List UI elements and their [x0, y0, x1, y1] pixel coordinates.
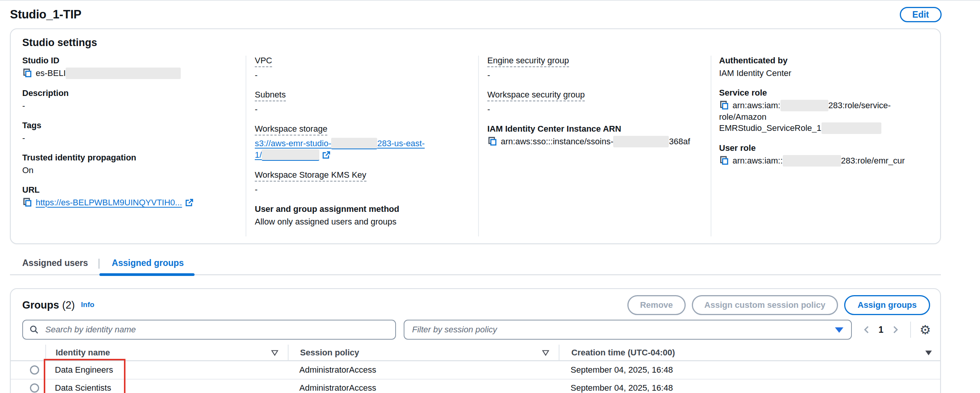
sort-icon[interactable]: [271, 350, 279, 356]
field-kms-key: Workspace Storage KMS Key -: [255, 170, 469, 195]
assignment-tabs: Assigned users Assigned groups: [10, 258, 941, 275]
studio-id-label: Studio ID: [22, 56, 236, 65]
auth-by-value: IAM Identity Center: [719, 68, 925, 79]
field-tags: Tags -: [22, 121, 236, 144]
sort-descending-icon[interactable]: [925, 350, 932, 356]
creation-time-column-header[interactable]: Creation time (UTC-04:00): [559, 345, 940, 361]
groups-count: (2): [62, 299, 75, 311]
field-idc-instance-arn: IAM Identity Center Instance ARN arn:aws…: [487, 124, 701, 147]
user-role-label: User role: [719, 143, 925, 153]
copy-icon[interactable]: [487, 137, 497, 146]
service-role-value: arn:aws:iam:: [733, 101, 780, 110]
settings-heading: Studio settings: [22, 37, 940, 49]
preferences-gear-icon[interactable]: ⚙: [919, 324, 931, 336]
vpc-value: -: [255, 69, 469, 81]
pagination: 1: [860, 325, 903, 335]
copy-icon[interactable]: [719, 101, 729, 110]
redacted-text: [66, 68, 181, 79]
select-column-header: [11, 345, 45, 361]
sort-icon[interactable]: [542, 350, 549, 356]
assigned-groups-card: Groups(2) Info Remove Assign custom sess…: [10, 288, 941, 393]
field-subnets: Subnets -: [255, 90, 469, 115]
groups-toolbar: 1 ⚙: [11, 320, 940, 340]
dropdown-caret-icon[interactable]: [835, 327, 843, 333]
redacted-text: [783, 155, 841, 167]
emr-studio-detail-page: Studio_1-TIP Edit Studio settings Studio…: [0, 0, 980, 393]
table-body: Data Engineers AdministratorAccess Septe…: [11, 361, 940, 393]
subnets-value: -: [255, 104, 469, 115]
kms-key-label: Workspace Storage KMS Key: [255, 170, 366, 182]
groups-table: Identity name Session policy Creation ti…: [11, 345, 940, 393]
current-page: 1: [879, 325, 884, 335]
external-link-icon[interactable]: [185, 198, 194, 207]
identity-name-cell: Data Scientists: [45, 380, 288, 393]
field-assignment-method: User and group assignment method Allow o…: [255, 204, 469, 227]
toolbar-divider: [910, 322, 911, 338]
page-header: Studio_1-TIP Edit: [0, 1, 980, 28]
search-input[interactable]: [22, 320, 396, 340]
table-row[interactable]: Data Scientists AdministratorAccess Sept…: [11, 379, 940, 393]
creation-time-cell: September 04, 2025, 16:48: [559, 380, 940, 393]
field-description: Description -: [22, 88, 236, 111]
next-page-button[interactable]: [890, 325, 900, 335]
field-authenticated-by: Authenticated by IAM Identity Center: [719, 56, 925, 79]
workspace-storage-label: Workspace storage: [255, 124, 327, 135]
assignment-method-value: Allow only assigned users and groups: [255, 216, 469, 227]
settings-column-1: Studio ID es-BELI Description - Tags - T…: [22, 56, 246, 236]
tab-assigned-groups[interactable]: Assigned groups: [99, 258, 195, 274]
copy-icon[interactable]: [22, 68, 32, 78]
field-engine-security-group: Engine security group -: [487, 56, 701, 81]
subnets-label: Subnets: [255, 90, 286, 101]
session-policy-column-header[interactable]: Session policy: [288, 345, 559, 361]
external-link-icon[interactable]: [322, 150, 331, 160]
settings-grid: Studio ID es-BELI Description - Tags - T…: [22, 56, 940, 236]
remove-button[interactable]: Remove: [627, 295, 686, 315]
settings-column-4: Authenticated by IAM Identity Center Ser…: [711, 56, 940, 236]
settings-column-2: VPC - Subnets - Workspace storage s3://a…: [246, 56, 479, 236]
search-box: [22, 320, 396, 340]
assign-groups-button[interactable]: Assign groups: [844, 295, 930, 315]
session-policy-cell: AdministratorAccess: [288, 380, 559, 393]
table-row[interactable]: Data Engineers AdministratorAccess Septe…: [11, 361, 940, 379]
row-radio-button[interactable]: [30, 365, 39, 375]
engine-sg-value: -: [487, 69, 701, 81]
tip-label: Trusted identity propagation: [22, 153, 236, 162]
redacted-text: [613, 136, 669, 147]
identity-name-cell: Data Engineers: [45, 361, 288, 379]
field-vpc: VPC -: [255, 56, 469, 81]
copy-icon[interactable]: [719, 156, 729, 165]
auth-by-label: Authenticated by: [719, 56, 925, 65]
user-role-value: arn:aws:iam::: [733, 156, 783, 165]
groups-header: Groups(2) Info Remove Assign custom sess…: [11, 289, 940, 320]
engine-sg-label: Engine security group: [487, 56, 569, 67]
search-icon: [29, 325, 39, 336]
table-header-row: Identity name Session policy Creation ti…: [11, 345, 940, 361]
info-link[interactable]: Info: [81, 301, 94, 309]
url-label: URL: [22, 185, 236, 195]
session-policy-filter: [404, 320, 852, 340]
session-policy-cell: AdministratorAccess: [288, 361, 559, 379]
studio-url-link[interactable]: https://es-BELPWBLM9UINQYVTIH0...: [36, 198, 182, 207]
description-label: Description: [22, 88, 236, 98]
settings-column-3: Engine security group - Workspace securi…: [479, 56, 711, 236]
previous-page-button[interactable]: [862, 325, 872, 335]
kms-key-value: -: [255, 184, 469, 195]
workspace-sg-value: -: [487, 104, 701, 115]
row-radio-button[interactable]: [30, 383, 39, 393]
identity-name-column-header[interactable]: Identity name: [45, 345, 288, 361]
assign-custom-session-policy-button[interactable]: Assign custom session policy: [692, 295, 838, 315]
tab-assigned-users[interactable]: Assigned users: [10, 258, 99, 274]
redacted-text: [262, 149, 319, 161]
field-workspace-storage: Workspace storage s3://aws-emr-studio-28…: [255, 124, 469, 161]
copy-icon[interactable]: [22, 198, 32, 207]
workspace-storage-link[interactable]: s3://aws-emr-studio-283-us-east- 1/: [255, 138, 469, 161]
filter-input[interactable]: [404, 320, 852, 340]
workspace-sg-label: Workspace security group: [487, 90, 585, 101]
edit-button[interactable]: Edit: [900, 7, 942, 22]
field-url: URL https://es-BELPWBLM9UINQYVTIH0...: [22, 185, 236, 208]
vpc-label: VPC: [255, 56, 272, 67]
field-trusted-identity-propagation: Trusted identity propagation On: [22, 153, 236, 176]
tip-value: On: [22, 165, 236, 176]
field-service-role: Service role arn:aws:iam:283:role/servic…: [719, 88, 925, 134]
service-role-label: Service role: [719, 88, 925, 97]
